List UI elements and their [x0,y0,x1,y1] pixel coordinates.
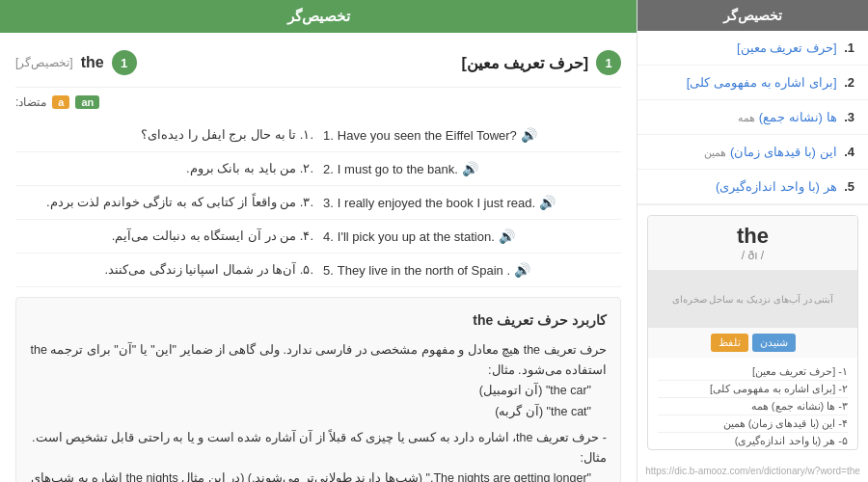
example-item-5: 5. They live in the north of Spain . 🔊 .… [15,254,621,287]
example-fa-1: .۱. تا به حال برج ایفل را دیده‌ای؟ [15,127,313,142]
example-num-3: 3. [323,196,334,210]
example-fa-4: .۴. من در آن ایستگاه به دنبالت می‌آیم. [15,228,313,243]
meaning-4: ۴- این (با قیدهای زمان) همین [658,415,848,433]
meaning-1: ۱- [حرف تعریف معین] [658,363,848,381]
speaker-icon-1[interactable]: 🔊 [521,127,537,143]
example-en-4: 4. I'll pick you up at the station. 🔊 [323,228,621,244]
desc-title: کاربرد حرف تعریف the [30,309,607,333]
word-card: the / ðı / آبتنی در آب‌های نزدیک به ساحل… [647,215,858,450]
sidebar-menu: 1. [حرف تعریف معین] 2. [برای اشاره به مف… [637,31,868,205]
badge-left: 1 [112,50,137,75]
meaning-3: ۳- ها (نشانه جمع) همه [658,398,848,415]
antonym-badge-an: an [75,95,99,109]
pronounce-button[interactable]: تلفظ [711,334,748,352]
example-item-1: 1. Have you seen the Eiffel Tower? 🔊 .۱.… [15,119,621,152]
example-text-en-3: I really enjoyed the book I just read. [338,196,535,210]
menu-link-1[interactable]: 1. [حرف تعریف معین] [637,31,868,65]
main-header: تخصیص‌گر [0,0,637,33]
word-tag: [تخصیص‌گر] [15,56,73,69]
antonym-badge-a: a [52,95,69,109]
antonym-label: متضاد: [15,95,46,109]
example-item-4: 4. I'll pick you up at the station. 🔊 .۴… [15,220,621,254]
example-num-1: 1. [323,128,334,143]
word-card-word: the [656,224,850,249]
example-text-en-1: Have you seen the Eiffel Tower? [338,128,517,143]
example-item-3: 3. I really enjoyed the book I just read… [15,186,621,220]
word-card-phonetic: / ðı / [656,249,850,262]
example-list: 1. Have you seen the Eiffel Tower? 🔊 .۱.… [15,119,621,287]
menu-tag-4: همین [704,147,726,158]
speaker-icon-2[interactable]: 🔊 [462,161,478,176]
speaker-icon-3[interactable]: 🔊 [539,195,556,210]
menu-num-4: 4. [844,145,854,159]
menu-num-3: 3. [844,110,854,124]
example-item-2: 2. I must go to the bank. 🔊 .۲. من باید … [15,152,621,186]
example-en-1: 1. Have you seen the Eiffel Tower? 🔊 [323,127,621,143]
sidebar-url: https://dic.b-amooz.com/en/dictionary/w?… [637,460,868,482]
menu-text-4: این (با قیدهای زمان) [730,145,837,159]
menu-text-5: هر (با واحد اندازه‌گیری) [716,179,837,194]
example-text-en-2: I must go to the bank. [338,162,458,176]
menu-item-1[interactable]: 1. [حرف تعریف معین] [637,31,868,66]
content-area: 1 [حرف تعریف معین] [تخصیص‌گر] the 1 an a… [0,33,637,482]
menu-item-2[interactable]: 2. [برای اشاره به مفهومی کلی] [637,66,868,100]
meaning-5: ۵- هر (با واحد اندازه‌گیری) [658,433,848,450]
word-card-image: آبتنی در آب‌های نزدیک به ساحل صخره‌ای [648,270,857,328]
listen-button[interactable]: شنیدن [752,334,796,352]
word-title-fa: [حرف تعریف معین] [461,54,588,72]
menu-item-3[interactable]: 3. ها (نشانه جمع) همه [637,100,868,135]
speaker-icon-5[interactable]: 🔊 [514,262,530,278]
example-text-en-4: I'll pick you up at the station. [338,229,495,244]
menu-item-5[interactable]: 5. هر (با واحد اندازه‌گیری) [637,170,868,204]
menu-num-5: 5. [844,179,854,194]
antonym-row: an a متضاد: [15,95,621,109]
menu-link-5[interactable]: 5. هر (با واحد اندازه‌گیری) [637,170,868,203]
menu-text-3: ها (نشانه جمع) [759,110,837,124]
example-en-3: 3. I really enjoyed the book I just read… [323,195,621,210]
example-num-4: 4. [323,229,334,244]
meaning-2: ۲- [برای اشاره به مفهومی کلی] [658,381,848,398]
menu-num-1: 1. [844,40,854,55]
sidebar: تخصیص‌گر 1. [حرف تعریف معین] 2. [برای اش… [637,0,868,482]
word-english: the [81,54,104,71]
example-num-5: 5. [323,263,334,278]
word-card-header: the / ðı / [648,216,857,270]
menu-item-4[interactable]: 4. این (با قیدهای زمان) همین [637,135,868,170]
badge-right: 1 [596,50,621,75]
word-card-buttons: شنیدن تلفظ [648,328,857,358]
menu-link-2[interactable]: 2. [برای اشاره به مفهومی کلی] [637,66,868,99]
word-def-right: 1 [حرف تعریف معین] [461,50,621,75]
desc-examples: "the car" (آن اتومبیل) "the cat" (آن گرب… [30,381,591,422]
example-fa-5: .۵. آن‌ها در شمال اسپانیا زندگی می‌کنند. [15,262,313,277]
example-en-2: 2. I must go to the bank. 🔊 [323,161,621,176]
menu-text-2: [برای اشاره به مفهومی کلی] [687,75,837,90]
example-text-en-5: They live in the north of Spain . [338,263,510,278]
menu-link-3[interactable]: 3. ها (نشانه جمع) همه [637,100,868,134]
word-def-row: 1 [حرف تعریف معین] [تخصیص‌گر] the 1 [15,42,621,88]
desc-example-2: "The nights are getting longer." (شب‌ها … [30,469,591,482]
example-num-2: 2. [323,162,334,176]
example-fa-3: .۳. من واقعاً از کتابی که به تازگی خواند… [15,195,313,209]
desc-para-1: حرف تعریف the هیچ معادل و مفهوم مشخصی در… [30,340,607,382]
menu-tag-3: همه [738,112,755,123]
description-box: کاربرد حرف تعریف the حرف تعریف the هیچ م… [15,297,621,482]
menu-text-1: [حرف تعریف معین] [737,40,836,55]
sidebar-header: تخصیص‌گر [637,0,868,31]
speaker-icon-4[interactable]: 🔊 [499,228,515,244]
example-fa-2: .۲. من باید به بانک بروم. [15,161,313,175]
desc-para-2: - حرف تعریف the، اشاره دارد به کسی یا چی… [30,428,607,469]
menu-link-4[interactable]: 4. این (با قیدهای زمان) همین [637,135,868,169]
word-card-meanings: ۱- [حرف تعریف معین] ۲- [برای اشاره به مف… [648,358,857,450]
example-en-5: 5. They live in the north of Spain . 🔊 [323,262,621,278]
menu-num-2: 2. [844,75,854,90]
word-def-left: [تخصیص‌گر] the 1 [15,50,137,75]
main-content: تخصیص‌گر 1 [حرف تعریف معین] [تخصیص‌گر] t… [0,0,637,482]
